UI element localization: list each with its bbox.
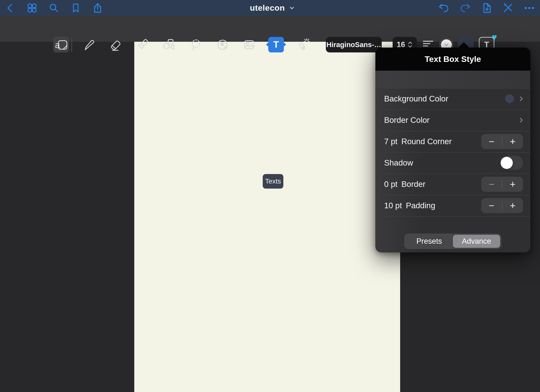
lasso-tool-button[interactable] xyxy=(188,37,204,52)
style-settings-list: Background Color › Border Color › 7 pt R… xyxy=(375,88,530,216)
topbar-right-group xyxy=(437,0,540,16)
share-button[interactable] xyxy=(90,1,105,15)
share-icon xyxy=(92,2,103,14)
padding-value: 10 pt xyxy=(384,201,402,210)
popover-title: Text Box Style xyxy=(375,48,530,71)
zoom-window-tool-button[interactable]: a xyxy=(53,37,69,52)
row-label: Shadow xyxy=(384,158,413,167)
toolbar-divider xyxy=(71,37,72,52)
chevron-down-icon xyxy=(444,43,449,46)
search-button[interactable] xyxy=(47,1,61,15)
row-shadow: Shadow xyxy=(375,152,530,174)
text-box-style-popover: Text Box Style Background Color › Border… xyxy=(375,48,530,252)
background-color-swatch xyxy=(505,94,514,103)
lasso-icon xyxy=(189,38,203,51)
grid-icon xyxy=(26,2,38,14)
row-label: Border xyxy=(401,180,425,189)
popover-arrow xyxy=(458,42,470,48)
decrease-button[interactable]: − xyxy=(481,134,502,149)
redo-icon xyxy=(459,2,471,14)
row-border-width: 0 pt Border − + xyxy=(375,174,530,195)
ellipsis-icon xyxy=(523,2,535,14)
highlighter-icon xyxy=(136,38,150,51)
round-corner-value: 7 pt xyxy=(384,137,397,146)
top-navigation-bar: utelecon xyxy=(0,0,540,16)
pen-crossed-icon xyxy=(502,2,514,14)
shapes-icon xyxy=(162,38,176,51)
row-label: Border Color xyxy=(384,116,430,125)
increase-button[interactable]: + xyxy=(502,134,523,149)
eraser-icon xyxy=(109,38,122,51)
decrease-button[interactable]: − xyxy=(481,198,502,213)
plus-icon: + xyxy=(510,136,515,147)
chevron-down-icon xyxy=(288,5,295,11)
zoom-window-icon: a xyxy=(54,38,68,51)
undo-icon xyxy=(438,2,450,14)
popover-footer: Presets Advance xyxy=(375,216,530,252)
add-page-button[interactable] xyxy=(479,1,494,15)
shadow-toggle[interactable] xyxy=(500,156,523,170)
increase-button[interactable]: + xyxy=(502,198,523,213)
laser-pointer-tool-button[interactable] xyxy=(295,37,311,52)
decrease-button[interactable]: − xyxy=(481,177,502,192)
laser-pointer-icon xyxy=(296,38,310,51)
undo-button[interactable] xyxy=(437,1,451,15)
toggle-knob xyxy=(501,157,513,169)
text-tool-button[interactable]: T xyxy=(268,37,284,52)
chevron-right-icon: › xyxy=(519,114,523,124)
bookmark-button[interactable] xyxy=(68,1,83,15)
chevron-left-icon xyxy=(5,2,16,14)
notes-app-screen: utelecon a xyxy=(0,0,540,392)
topbar-left-group xyxy=(0,0,105,16)
document-page[interactable]: Texts xyxy=(134,42,400,392)
advance-tab[interactable]: Advance xyxy=(453,235,500,248)
chevron-right-icon: › xyxy=(519,93,523,103)
border-width-value: 0 pt xyxy=(384,180,397,189)
presets-advance-segmented-control: Presets Advance xyxy=(404,234,501,249)
disable-pen-button[interactable] xyxy=(501,1,515,15)
row-label: Round Corner xyxy=(401,137,452,146)
minus-icon: − xyxy=(489,200,494,211)
padding-stepper: − + xyxy=(481,198,523,213)
stickers-tool-button[interactable] xyxy=(215,37,230,52)
row-round-corner: 7 pt Round Corner − + xyxy=(375,131,530,152)
shapes-tool-button[interactable] xyxy=(161,37,177,52)
round-corner-stepper: − + xyxy=(481,134,523,149)
row-label: Background Color xyxy=(384,94,448,103)
pen-tool-button[interactable] xyxy=(81,37,96,52)
document-title: utelecon xyxy=(250,3,285,13)
eraser-tool-button[interactable] xyxy=(108,37,123,52)
plus-icon: + xyxy=(510,200,515,211)
more-options-button[interactable] xyxy=(522,1,537,15)
text-box[interactable]: Texts xyxy=(263,174,283,189)
row-label: Padding xyxy=(406,201,435,210)
sticker-icon xyxy=(216,38,229,51)
redo-button[interactable] xyxy=(458,1,472,15)
border-width-stepper: − + xyxy=(481,177,523,192)
row-background-color[interactable]: Background Color › xyxy=(375,88,530,109)
up-down-chevrons-icon xyxy=(407,41,413,48)
document-title-button[interactable]: utelecon xyxy=(243,0,297,16)
minus-icon: − xyxy=(489,179,494,190)
image-tool-button[interactable] xyxy=(241,37,257,52)
increase-button[interactable]: + xyxy=(502,177,523,192)
page-thumbnails-button[interactable] xyxy=(25,1,39,15)
popover-title-text: Text Box Style xyxy=(425,54,481,64)
text-tool-glyph: T xyxy=(273,40,279,50)
presets-tab[interactable]: Presets xyxy=(405,235,453,248)
favorite-heart-icon: ♥ xyxy=(492,33,497,42)
minus-icon: − xyxy=(489,136,494,147)
add-page-icon xyxy=(481,2,492,14)
back-button[interactable] xyxy=(3,1,17,15)
plus-icon: + xyxy=(510,179,515,190)
row-padding: 10 pt Padding − + xyxy=(375,195,530,216)
font-family-button[interactable]: HiraginoSans-… xyxy=(326,37,382,52)
style-preview-band xyxy=(375,71,530,88)
image-icon xyxy=(242,38,256,51)
tools-toolbar: a xyxy=(0,16,540,42)
row-border-color[interactable]: Border Color › xyxy=(375,109,530,131)
pen-icon xyxy=(82,38,95,51)
bookmark-icon xyxy=(70,2,81,14)
highlighter-tool-button[interactable] xyxy=(135,37,151,52)
svg-text:a: a xyxy=(55,40,60,50)
